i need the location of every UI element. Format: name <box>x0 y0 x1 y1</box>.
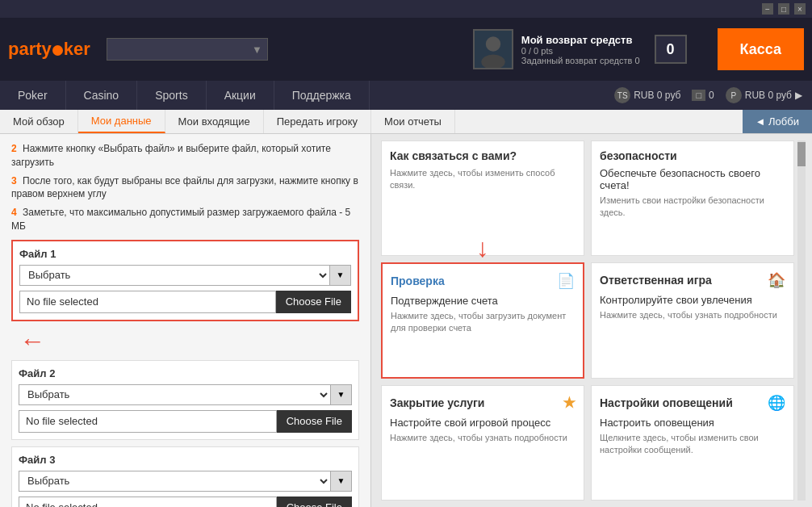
nav-aktsii[interactable]: Акции <box>207 81 274 110</box>
file3-dropdown-arrow[interactable]: ▼ <box>331 471 352 492</box>
svg-point-1 <box>486 36 500 51</box>
file2-dropdown-arrow[interactable]: ▼ <box>331 384 352 405</box>
avatar-area <box>473 29 513 69</box>
house-icon: 🏠 <box>768 271 785 289</box>
nav-support[interactable]: Поддержка <box>274 81 370 110</box>
file1-choose-btn[interactable]: Choose File <box>276 291 351 313</box>
card-verification-subtitle: Подтверждение счета <box>391 295 575 307</box>
card-contact-desc: Нажмите здесь, чтобы изменить способ свя… <box>390 167 576 192</box>
nav-casino[interactable]: Casino <box>66 81 138 110</box>
search-input[interactable] <box>107 44 247 55</box>
file3-input-row: No file selected Choose File <box>19 497 352 507</box>
nav-sports[interactable]: Sports <box>137 81 206 110</box>
file3-dropdown[interactable]: Выбрать <box>19 471 331 492</box>
file1-select-row: Выбрать ▼ <box>19 265 351 286</box>
star-icon: ★ <box>563 394 576 412</box>
chips-icon: □ <box>692 90 705 101</box>
restore-button[interactable]: □ <box>778 3 789 15</box>
subnav-reports[interactable]: Мои отчеты <box>371 110 455 133</box>
file3-label: Файл 3 <box>19 454 352 466</box>
subnav-overview[interactable]: Мой обзор <box>0 110 78 133</box>
file2-section: Файл 2 Выбрать ▼ No file selected Choose… <box>11 360 359 440</box>
file2-no-file: No file selected <box>19 410 277 433</box>
balance-info: Мой возврат средств 0 / 0 pts Заданный в… <box>521 34 640 65</box>
balance-pts: 0 / 0 pts <box>521 46 640 56</box>
arrow-down-icon: ↓ <box>476 233 489 263</box>
card-notifications-desc: Щелкните здесь, чтобы изменить свои наст… <box>600 432 785 457</box>
balance-badge: 0 <box>655 35 687 64</box>
file2-label: Файл 2 <box>19 367 352 379</box>
close-button[interactable]: × <box>794 3 806 15</box>
right-col-1: Как связаться с вами? Нажмите здесь, что… <box>378 140 588 501</box>
file1-no-file: No file selected <box>19 291 276 313</box>
scrollbar-track[interactable] <box>797 140 806 501</box>
file1-dropdown[interactable]: Выбрать <box>19 265 330 286</box>
ts-icon: TS <box>614 87 630 103</box>
logo: partyker <box>8 39 90 60</box>
nav-bar: Poker Casino Sports Акции Поддержка TS R… <box>0 81 812 110</box>
promo-balance: RUB 0 руб <box>745 90 792 101</box>
file1-label: Файл 1 <box>19 248 351 260</box>
logo-dot <box>52 45 63 56</box>
card-close-service-title: Закрытие услуги ★ <box>390 394 576 412</box>
file1-dropdown-arrow[interactable]: ▼ <box>330 265 351 286</box>
subnav-mydata[interactable]: Мои данные <box>78 110 165 133</box>
file2-select-row: Выбрать ▼ <box>19 384 352 405</box>
nav-promo-balance: P RUB 0 руб ▶ <box>726 87 802 103</box>
search-bar: ▼ <box>107 38 268 61</box>
red-arrow-icon: ← <box>19 328 45 354</box>
header: partyker ▼ Мой возврат средств 0 / 0 pts… <box>0 18 812 81</box>
cashier-button[interactable]: Касса <box>718 28 804 70</box>
subnav-transfer[interactable]: Передать игроку <box>264 110 371 133</box>
search-chevron: ▼ <box>247 44 267 56</box>
right-panel: Как связаться с вами? Нажмите здесь, что… <box>371 134 812 507</box>
nav-chips-balance: □ 0 <box>692 90 714 101</box>
logo-poker: ker <box>64 39 90 59</box>
balance-title: Мой возврат средств <box>521 34 640 46</box>
main-content: 2 Нажмите кнопку «Выбрать файл» и выбери… <box>0 134 812 507</box>
step-4: 4 Заметьте, что максимально допустимый р… <box>11 206 359 233</box>
card-responsible-game[interactable]: Ответственная игра 🏠 Контролируйте свои … <box>591 262 794 378</box>
file3-no-file: No file selected <box>19 497 277 507</box>
card-notifications-title: Настройки оповещений 🌐 <box>600 394 785 412</box>
file2-choose-btn[interactable]: Choose File <box>277 410 352 433</box>
card-close-service[interactable]: Закрытие услуги ★ Настройте свой игровой… <box>381 385 584 501</box>
file3-select-row: Выбрать ▼ <box>19 471 352 492</box>
verification-doc-icon: 📄 <box>557 272 575 290</box>
logo-party: party <box>8 39 52 59</box>
ts-balance: RUB 0 руб <box>634 90 680 101</box>
globe-icon: 🌐 <box>768 394 785 412</box>
file3-section: Файл 3 Выбрать ▼ No file selected Choose… <box>11 446 359 507</box>
minimize-button[interactable]: − <box>762 3 773 15</box>
step-2: 2 Нажмите кнопку «Выбрать файл» и выбери… <box>11 142 359 170</box>
card-security-subtitle: Обеспечьте безопасность своего счета! <box>600 167 785 191</box>
card-verification[interactable]: Проверка 📄 Подтверждение счета Нажмите з… <box>381 262 584 379</box>
card-close-service-desc: Нажмите здесь, чтобы узнать подробности <box>390 432 576 444</box>
file3-choose-btn[interactable]: Choose File <box>277 497 352 507</box>
lobby-button[interactable]: ◄ Лобби <box>743 110 812 133</box>
file1-section: Файл 1 Выбрать ▼ No file selected Choose… <box>11 240 359 321</box>
right-col-2: безопасности Обеспечьте безопасность сво… <box>588 140 797 501</box>
card-responsible-desc: Нажмите здесь, чтобы узнать подробности <box>600 309 785 321</box>
sub-nav: Мой обзор Мои данные Мои входящие Переда… <box>0 110 812 134</box>
title-bar: − □ × <box>0 0 812 18</box>
card-responsible-title: Ответственная игра 🏠 <box>600 271 785 289</box>
subnav-inbox[interactable]: Мои входящие <box>165 110 264 133</box>
card-security-title: безопасности <box>600 149 785 162</box>
card-notifications[interactable]: Настройки оповещений 🌐 Настроить оповеще… <box>591 385 794 501</box>
promo-icon: P <box>726 87 742 103</box>
card-close-service-subtitle: Настройте свой игровой процесс <box>390 417 576 429</box>
scrollbar-thumb[interactable] <box>797 142 806 166</box>
card-verification-desc: Нажмите здесь, чтобы загрузить документ … <box>391 310 575 335</box>
card-notifications-subtitle: Настроить оповещения <box>600 417 785 429</box>
file2-dropdown[interactable]: Выбрать <box>19 384 331 405</box>
promo-arrow: ▶ <box>795 90 802 101</box>
chips-value: 0 <box>709 90 714 101</box>
nav-right: TS RUB 0 руб □ 0 P RUB 0 руб ▶ <box>605 81 812 110</box>
balance-sub: Заданный возврат средств 0 <box>521 56 640 65</box>
arrow-indicator: ← <box>19 328 359 354</box>
nav-poker[interactable]: Poker <box>0 81 66 110</box>
step-3: 3 После того, как будут выбраны все файл… <box>11 174 359 202</box>
card-security[interactable]: безопасности Обеспечьте безопасность сво… <box>591 140 794 256</box>
file1-input-row: No file selected Choose File <box>19 291 351 313</box>
